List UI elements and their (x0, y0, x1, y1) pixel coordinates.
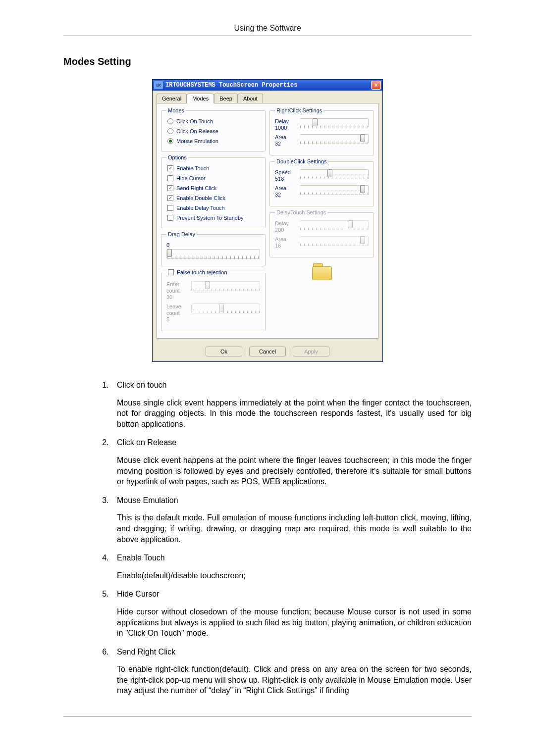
tab-general[interactable]: General (157, 94, 187, 103)
tab-beep[interactable]: Beep (214, 94, 238, 103)
item-body: Mouse click event happens at the point w… (117, 455, 472, 487)
check-label: False touch rejection (177, 269, 227, 275)
checkbox-icon (167, 175, 173, 181)
item-body: This is the default mode. Full emulation… (117, 512, 472, 545)
radio-icon (167, 118, 173, 124)
window-title: IRTOUCHSYSTEMS TouchScreen Properties (165, 82, 371, 89)
tab-strip: General Modes Beep About (153, 91, 382, 103)
ok-button[interactable]: Ok (206, 347, 242, 356)
dc-speed-value: 518 (275, 176, 297, 182)
radio-click-on-release[interactable]: Click On Release (166, 126, 260, 136)
check-false-touch[interactable]: False touch rejection (168, 269, 227, 275)
dt-delay-slider (300, 220, 369, 230)
tab-modes[interactable]: Modes (187, 94, 214, 103)
dc-area-label: Area (275, 185, 297, 192)
checkbox-icon (167, 215, 173, 221)
group-right-click-legend: RightClick Settings (275, 107, 323, 113)
check-enable-touch[interactable]: ✓ Enable Touch (166, 163, 260, 173)
radio-label: Mouse Emulation (176, 138, 218, 144)
dialog-button-row: Ok Cancel Apply (153, 343, 382, 361)
drag-delay-slider[interactable] (166, 249, 260, 259)
body-text: Click on touch Mouse single click event … (63, 380, 472, 696)
group-modes-legend: Modes (166, 107, 186, 113)
check-label: Enable Double Click (176, 195, 225, 201)
list-item: Enable Touch Enable(default)/disable tou… (111, 553, 472, 581)
radio-icon (167, 128, 173, 134)
dt-delay-label: Delay (275, 220, 297, 227)
dc-area-value: 32 (275, 192, 297, 198)
dc-area-slider[interactable] (300, 185, 369, 195)
check-label: Enable Touch (176, 165, 209, 171)
cancel-button[interactable]: Cancel (249, 347, 286, 356)
group-options: Options ✓ Enable Touch Hide Cursor ✓ (161, 154, 266, 228)
check-label: Hide Cursor (176, 175, 206, 181)
page-header: Using the Software (63, 24, 472, 36)
group-drag-delay-legend: Drag Delay (166, 231, 197, 237)
item-title: Mouse Emulation (117, 495, 472, 506)
item-body: To enable right-click function(default).… (117, 664, 472, 696)
group-drag-delay: Drag Delay 0 (161, 231, 266, 266)
enter-count-slider (191, 281, 260, 291)
item-title: Click on Release (117, 437, 472, 448)
leave-count-value: 5 (166, 316, 188, 323)
tab-about[interactable]: About (238, 94, 263, 103)
rc-delay-label: Delay (275, 118, 297, 125)
leave-count-slider (191, 303, 260, 313)
titlebar[interactable]: IR IRTOUCHSYSTEMS TouchScreen Properties… (153, 80, 382, 91)
checkbox-icon: ✓ (167, 195, 173, 201)
group-false-touch: False touch rejection Enter count 30 (161, 269, 266, 331)
checkbox-icon (167, 205, 173, 211)
group-double-click-legend: DoubleClick Settings (275, 158, 328, 164)
rc-delay-slider[interactable] (300, 118, 369, 128)
dialog-window: IR IRTOUCHSYSTEMS TouchScreen Properties… (152, 79, 383, 362)
dt-area-value: 16 (275, 243, 297, 249)
apply-button[interactable]: Apply (293, 347, 329, 356)
dt-delay-value: 200 (275, 227, 297, 233)
drag-delay-value: 0 (166, 242, 260, 248)
list-item: Mouse Emulation This is the default mode… (111, 495, 472, 545)
list-item: Click on touch Mouse single click event … (111, 380, 472, 429)
enter-count-value: 30 (166, 294, 188, 301)
list-item: Send Right Click To enable right-click f… (111, 647, 472, 696)
radio-icon (167, 138, 173, 144)
dc-speed-label: Speed (275, 169, 297, 176)
list-item: Hide Cursor Hide cursor without closedow… (111, 589, 472, 638)
close-icon: × (374, 82, 377, 89)
group-options-legend: Options (166, 154, 188, 160)
radio-label: Click On Touch (176, 118, 213, 124)
item-title: Send Right Click (117, 647, 472, 657)
item-body: Mouse single click event happens immedia… (117, 398, 472, 430)
dt-area-slider (300, 236, 369, 246)
dt-area-label: Area (275, 236, 297, 243)
radio-label: Click On Release (176, 128, 218, 134)
rc-area-value: 32 (275, 141, 297, 147)
item-title: Hide Cursor (117, 589, 472, 600)
rc-area-slider[interactable] (300, 134, 369, 144)
check-prevent-standby[interactable]: Prevent System To Standby (166, 213, 260, 223)
check-label: Enable Delay Touch (176, 205, 225, 211)
tab-pane-modes: Modes Click On Touch Click On Release (157, 103, 378, 339)
item-body: Enable(default)/disable touchscreen; (117, 570, 472, 581)
group-modes: Modes Click On Touch Click On Release (161, 107, 266, 151)
check-enable-delay-touch[interactable]: Enable Delay Touch (166, 203, 260, 213)
checkbox-icon: ✓ (167, 185, 173, 191)
group-delay-touch-legend: DelayTouch Settings (275, 209, 327, 215)
check-enable-double-click[interactable]: ✓ Enable Double Click (166, 193, 260, 203)
close-button[interactable]: × (371, 81, 381, 90)
rc-area-label: Area (275, 134, 297, 141)
group-right-click: RightClick Settings Delay 1000 Ar (269, 107, 374, 155)
checkbox-icon: ✓ (167, 165, 173, 171)
footer-rule (63, 716, 472, 716)
enter-count-label: Enter count (166, 281, 188, 294)
item-title: Enable Touch (117, 553, 472, 563)
check-label: Prevent System To Standby (176, 215, 244, 221)
check-label: Send Right Click (176, 185, 216, 191)
folder-icon (310, 262, 334, 282)
check-send-right-click[interactable]: ✓ Send Right Click (166, 183, 260, 193)
check-hide-cursor[interactable]: Hide Cursor (166, 173, 260, 183)
leave-count-label: Leave count (166, 303, 188, 316)
radio-click-on-touch[interactable]: Click On Touch (166, 116, 260, 126)
radio-mouse-emulation[interactable]: Mouse Emulation (166, 136, 260, 146)
dc-speed-slider[interactable] (300, 169, 369, 179)
app-icon: IR (154, 81, 163, 89)
